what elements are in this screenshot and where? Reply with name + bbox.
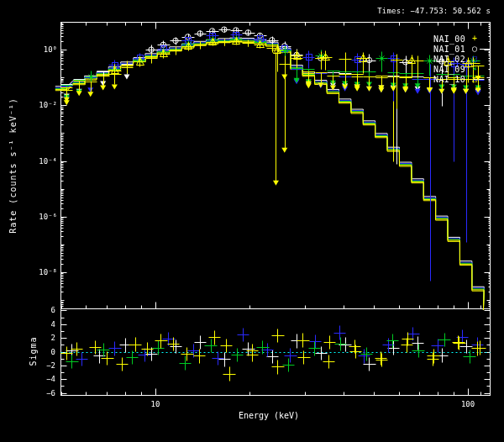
legend-tail [480, 44, 491, 54]
legend-tail [480, 64, 491, 74]
detector-legend: NAI_00 + NAI_01 ○ NAI_02 □ NAI_09 ∗ NAI_… [433, 34, 491, 84]
y-axis-title-sigma: Sigma [29, 336, 38, 366]
sigma-axis-tick-label: 4 [51, 320, 55, 329]
legend-item-nai09: NAI_09 ∗ [433, 64, 491, 74]
legend-label: NAI_01 [433, 45, 465, 54]
rate-axis-tick-label: 10⁻⁴ [39, 156, 57, 165]
sigma-axis-tick-label: −2 [46, 361, 55, 370]
legend-item-nai10: NAI_10 △ [433, 74, 491, 84]
plus-marker-icon: + [470, 34, 480, 44]
y-axis-title-rate: Rate (counts s⁻¹ keV⁻¹) [8, 97, 18, 233]
legend-tail [480, 74, 491, 84]
legend-tail [480, 54, 491, 64]
legend-label: NAI_00 [433, 34, 465, 44]
star-marker-icon: ∗ [470, 64, 480, 74]
x-axis-title-energy: Energy (keV) [239, 411, 299, 420]
legend-item-nai02: NAI_02 □ [433, 54, 491, 64]
rate-axis-tick-label: 10⁻⁶ [39, 212, 57, 220]
spectrum-plot-canvas [0, 0, 504, 442]
rate-axis-tick-label: 10⁻⁸ [39, 267, 57, 276]
rate-axis-tick-label: 10⁻² [39, 101, 57, 109]
sigma-axis-tick-label: −4 [46, 375, 55, 383]
legend-item-nai00: NAI_00 + [433, 34, 491, 44]
time-range-label: Times: −47.753: 50.562 s [377, 7, 491, 15]
legend-line-sample [480, 49, 491, 50]
legend-label: NAI_02 [433, 55, 465, 64]
square-marker-icon: □ [470, 54, 480, 64]
sigma-axis-tick-label: 2 [51, 334, 55, 342]
circle-marker-icon: ○ [470, 44, 480, 54]
rate-axis-tick-label: 10⁰ [44, 45, 57, 54]
legend-label: NAI_09 [433, 65, 465, 74]
legend-item-nai01: NAI_01 ○ [433, 44, 491, 54]
sigma-axis-tick-label: 0 [51, 348, 55, 356]
energy-axis-tick-label: 10 [151, 400, 160, 408]
sigma-axis-tick-label: −6 [46, 389, 55, 397]
triangle-marker-icon: △ [470, 74, 480, 84]
energy-axis-tick-label: 100 [461, 400, 475, 408]
sigma-axis-tick-label: 6 [51, 306, 55, 314]
legend-tail [480, 34, 491, 44]
legend-label: NAI_10 [433, 75, 465, 84]
